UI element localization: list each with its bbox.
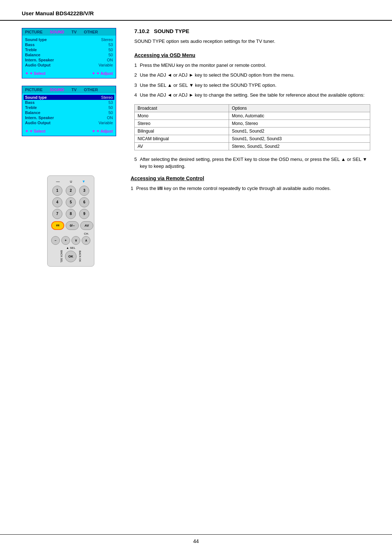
- btn-ch-up[interactable]: ∧: [82, 236, 90, 245]
- osd-menu-2: PICTURE SOUND TV OTHER Sound type Stereo…: [22, 86, 116, 136]
- osd-row-treble-2: Treble 50: [25, 105, 113, 110]
- osd-tab-picture-2: PICTURE: [25, 88, 42, 92]
- options-table: Broadcast Options Mono Mono, Automatic S…: [134, 104, 370, 150]
- osd-rows-1: Sound type Stereo Bass 53 Treble 50 Bala…: [22, 36, 116, 69]
- osd-row-bass-2: Bass 53: [25, 100, 113, 105]
- osd-step-4: 4 Use the ADJ ◄ or ADJ ► key to change t…: [134, 92, 370, 99]
- right-text-column: 7.10.2 SOUND TYPE SOUND TYPE option sets…: [134, 28, 370, 175]
- btn-vol-down[interactable]: −: [51, 236, 60, 245]
- btn-2[interactable]: 2: [66, 186, 76, 196]
- osd-step-2: 2 Use the ADJ ◄ or ADJ ► key to select t…: [134, 72, 370, 79]
- osd-row-intern-speaker: Intern. Speaker ON: [25, 57, 113, 62]
- remote-top-symbols: — ∪ ▼: [51, 179, 90, 183]
- table-row-bilingual: Bilingual Sound1, Sound2: [135, 127, 370, 135]
- osd-menus-column: PICTURE SOUND TV OTHER Sound type Stereo…: [22, 28, 120, 143]
- osd-adjust-label-1: ✦ ✦ Adjust: [92, 71, 113, 76]
- remote-special-row: I/II 0/-- AV: [51, 221, 90, 230]
- power-icon: —: [56, 179, 60, 183]
- osd-adjust-label-2: ✦ ✦ Adjust: [92, 129, 113, 134]
- btn-ok[interactable]: OK: [65, 251, 77, 262]
- remote-side-left: BACK SEL: [60, 250, 63, 263]
- btn-1[interactable]: 1: [52, 186, 62, 196]
- accessing-remote-section: Accessing via Remote Control 1 Press the…: [131, 175, 370, 267]
- table-row-stereo: Stereo Mono, Stereo: [135, 119, 370, 127]
- osd-select-label-2: ✦ ✦ Select: [25, 129, 46, 134]
- osd-tab-sound-1: SOUND: [50, 30, 64, 34]
- osd-row-audio-output-2: Audio Output Variable: [25, 120, 113, 125]
- table-header-row: Broadcast Options: [135, 104, 370, 112]
- btn-5[interactable]: 5: [66, 197, 76, 207]
- accessing-osd-section: Accessing via OSD Menu 1 Press the MENU …: [134, 52, 370, 170]
- osd-tab-other-2: OTHER: [84, 88, 98, 92]
- remote-side-right: BACK OK: [79, 251, 81, 262]
- col-options: Options: [229, 104, 370, 112]
- osd-tab-sound-2: SOUND: [50, 88, 64, 92]
- osd-row-intern-speaker-2: Intern. Speaker ON: [25, 115, 113, 120]
- remote-numpad: 1 2 3 4 5 6 7 8 9: [51, 186, 90, 219]
- page-footer: 44: [0, 534, 392, 544]
- osd-step-3: 3 Use the SEL ▲ or SEL ▼ key to select t…: [134, 82, 370, 89]
- page-header: User Manual BDS4222B/V/R: [0, 0, 392, 21]
- btn-9[interactable]: 9: [79, 209, 89, 219]
- btn-6[interactable]: 6: [79, 197, 89, 207]
- ch-label: CH.: [51, 232, 90, 235]
- remote-section-row: — ∪ ▼ 1 2 3 4 5 6 7 8 9 I/II 0/--: [22, 175, 370, 267]
- sel-label-row: ▲ SEL: [51, 246, 90, 250]
- osd-header-1: PICTURE SOUND TV OTHER: [22, 28, 116, 36]
- osd-menu-1: PICTURE SOUND TV OTHER Sound type Stereo…: [22, 28, 116, 78]
- osd-step5-list: 5 After selecting the desired setting, p…: [134, 156, 370, 170]
- sel-up-label: ▲ SEL: [66, 246, 75, 250]
- osd-row-bass: Bass 53: [25, 42, 113, 47]
- source-icon: ▼: [82, 179, 86, 183]
- page-title: User Manual BDS4222B/V/R: [22, 10, 94, 16]
- osd-tab-tv-1: TV: [72, 30, 77, 34]
- remote-vol-ch-row: − + ∨ ∧: [51, 236, 90, 245]
- osd-tab-tv-2: TV: [72, 88, 77, 92]
- osd-tab-other-1: OTHER: [84, 30, 98, 34]
- remote-control: — ∪ ▼ 1 2 3 4 5 6 7 8 9 I/II 0/--: [47, 175, 94, 267]
- btn-3[interactable]: 3: [79, 186, 89, 196]
- section-title: SOUND TYPE: [151, 28, 189, 34]
- osd-header-2: PICTURE SOUND TV OTHER: [22, 86, 116, 93]
- osd-step-1: 1 Press the MENU key on the monitor pane…: [134, 62, 370, 69]
- osd-steps-list: 1 Press the MENU key on the monitor pane…: [134, 62, 370, 99]
- btn-4[interactable]: 4: [52, 197, 62, 207]
- btn-i-ii[interactable]: I/II: [51, 221, 64, 230]
- osd-row-treble: Treble 50: [25, 47, 113, 52]
- osd-footer-2: ✦ ✦ Select ✦ ✦ Adjust: [22, 127, 116, 136]
- table-row-av: AV Stereo, Sound1, Sound2: [135, 142, 370, 150]
- osd-step-5: 5 After selecting the desired setting, p…: [134, 156, 370, 170]
- osd-row-audio-output: Audio Output Variable: [25, 62, 113, 68]
- btn-8[interactable]: 8: [66, 209, 76, 219]
- page-number: 44: [193, 538, 199, 544]
- btn-ch-down[interactable]: ∨: [72, 236, 80, 245]
- table-row-mono: Mono Mono, Automatic: [135, 112, 370, 119]
- osd-row-balance: Balance 50: [25, 52, 113, 57]
- osd-row-sound-type: Sound type Stereo: [25, 37, 113, 42]
- osd-row-balance-2: Balance 50: [25, 110, 113, 115]
- accessing-remote-heading: Accessing via Remote Control: [131, 175, 370, 181]
- section-description: SOUND TYPE option sets audio reception s…: [134, 38, 370, 45]
- osd-footer-1: ✦ ✦ Select ✦ ✦ Adjust: [22, 69, 116, 78]
- table-row-nicam: NICAM bilingual Sound1, Sound2, Sound3: [135, 135, 370, 142]
- remote-bottom-row: BACK SEL OK BACK OK: [51, 250, 90, 263]
- osd-rows-2: Sound type Stereo Bass 53 Treble 50 Bala…: [22, 93, 116, 127]
- osd-tab-picture-1: PICTURE: [25, 30, 42, 34]
- btn-vol-up[interactable]: +: [61, 236, 70, 245]
- section-heading: 7.10.2 SOUND TYPE: [134, 28, 370, 34]
- remote-steps-list: 1 Press the I/II key on the remote contr…: [131, 185, 370, 192]
- col-broadcast: Broadcast: [135, 104, 229, 112]
- mute-icon: ∪: [70, 179, 72, 183]
- remote-step-1: 1 Press the I/II key on the remote contr…: [131, 185, 370, 192]
- btn-av[interactable]: AV: [80, 221, 93, 230]
- osd-select-label-1: ✦ ✦ Select: [25, 71, 46, 76]
- osd-row-sound-type-highlight: Sound type Stereo: [24, 95, 114, 100]
- section-number: 7.10.2: [134, 28, 150, 34]
- remote-image-area: — ∪ ▼ 1 2 3 4 5 6 7 8 9 I/II 0/--: [22, 175, 120, 267]
- accessing-osd-heading: Accessing via OSD Menu: [134, 52, 370, 58]
- btn-7[interactable]: 7: [52, 209, 62, 219]
- btn-0[interactable]: 0/--: [66, 221, 79, 230]
